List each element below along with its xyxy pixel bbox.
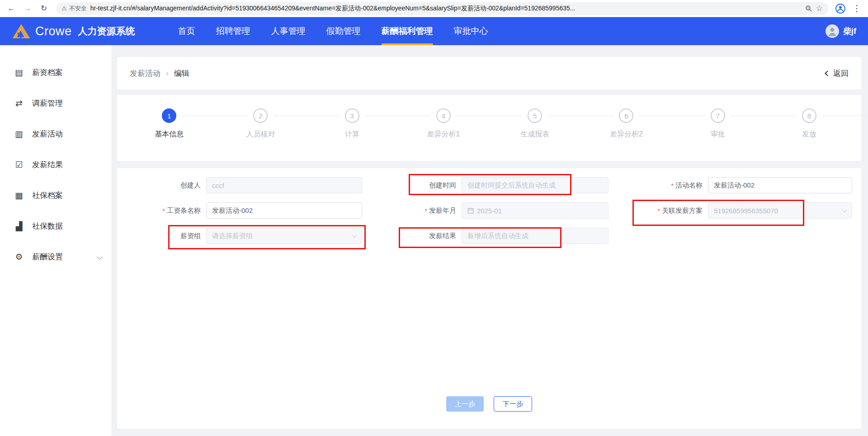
browser-toolbar: ← → ↻ ⚠不安全 hr-test.zjf-it.cn/#/salaryMan… — [0, 0, 868, 17]
stepper: 1 基本信息 2 人员核对 3 计算 — [117, 95, 861, 161]
required-asterisk: * — [671, 182, 674, 189]
create-time-field: 创建时间提交后系统自动生成 — [462, 177, 609, 193]
step-number: 4 — [436, 108, 451, 123]
nav-item-label: 首页 — [178, 25, 195, 37]
chevron-down-icon — [97, 254, 103, 260]
field-label: * 活动名称 — [609, 181, 708, 190]
form-field: 创建时间 创建时间提交后系统自动生成 — [362, 177, 609, 193]
user-menu[interactable]: 柴jf — [826, 24, 856, 38]
field-value: 发薪活动-002 — [212, 206, 253, 215]
step-number: 6 — [619, 108, 633, 123]
step-number: 3 — [345, 108, 359, 123]
stepper-step: 6 差异分析2 — [580, 108, 672, 139]
field-value: cccf — [212, 182, 224, 189]
field-label: * 关联发薪方案 — [609, 206, 708, 215]
nav-item-label: 薪酬福利管理 — [382, 25, 433, 37]
pay-result-field: 新增后系统自动生成 — [462, 228, 609, 244]
step-number: 7 — [711, 108, 725, 123]
payroll-activity-icon: ▥ — [14, 129, 24, 139]
nav-item[interactable]: 薪酬福利管理 — [382, 17, 433, 45]
browser-profile-icon[interactable] — [834, 2, 847, 15]
app-header: Crowe 人力资源系统 首页 招聘管理 人事管理 假勤管理 — [0, 17, 868, 45]
field-value: 51926859956355070 — [714, 207, 778, 215]
bookmark-star-icon[interactable]: ☆ — [816, 4, 823, 13]
browser-menu-icon[interactable]: ⋮ — [850, 2, 863, 15]
step-label: 审批 — [711, 130, 725, 139]
breadcrumb-item-edit: 编辑 — [174, 68, 189, 79]
logo[interactable]: Crowe 人力资源系统 — [12, 23, 135, 39]
chevron-down-icon — [352, 233, 357, 238]
back-button[interactable]: 返回 — [826, 68, 849, 79]
field-placeholder: 创建时间提交后系统自动生成 — [467, 181, 556, 190]
breadcrumb-separator: › — [166, 69, 169, 78]
stepper-step: 5 生成报表 — [489, 108, 580, 139]
sidebar: ▤ 薪资档案 ⇄ 调薪管理 ▥ 发薪活动 ☑ — [0, 45, 112, 436]
field-placeholder: 请选择薪资组 — [212, 232, 253, 240]
step-label: 计算 — [345, 130, 359, 139]
breadcrumb-bar: 发薪活动 › 编辑 返回 — [117, 57, 861, 89]
salary-archive-icon: ▤ — [14, 67, 24, 78]
field-label: * 发薪年月 — [362, 206, 462, 215]
next-step-button[interactable]: 下一步 — [494, 396, 532, 412]
sidebar-item[interactable]: ☑ 发薪结果 — [0, 149, 112, 180]
sidebar-item[interactable]: ▥ 发薪活动 — [0, 118, 112, 149]
form-field: * 工资条名称 发薪活动-002 — [117, 202, 362, 219]
creator-field: cccf — [206, 177, 362, 193]
field-label: 创建人 — [117, 181, 206, 190]
zoom-icon[interactable] — [805, 5, 812, 12]
step-label: 发放 — [802, 130, 816, 139]
field-placeholder: 新增后系统自动生成 — [467, 232, 528, 240]
sidebar-item[interactable]: ▤ 薪资档案 — [0, 57, 112, 88]
form-field: * 发薪年月 2025-01 — [362, 202, 609, 219]
browser-reload-icon[interactable]: ↻ — [37, 2, 51, 15]
nav-item[interactable]: 人事管理 — [271, 17, 306, 45]
step-label: 生成报表 — [520, 130, 549, 139]
chevron-down-icon — [842, 207, 847, 212]
nav-item[interactable]: 首页 — [178, 17, 195, 45]
sidebar-item-label: 薪酬设置 — [32, 252, 63, 262]
form-field: 创建人 cccf — [117, 177, 362, 193]
activity-name-field[interactable]: 发薪活动-002 — [708, 177, 852, 193]
required-asterisk: * — [162, 207, 165, 215]
main-nav: 首页 招聘管理 人事管理 假勤管理 薪酬福利管理 — [178, 17, 488, 45]
salary-group-field: 请选择薪资组 — [206, 228, 362, 244]
breadcrumb-item-payroll-activity[interactable]: 发薪活动 — [130, 68, 160, 79]
url-text[interactable]: hr-test.zjf-it.cn/#/salaryManagement/add… — [90, 5, 802, 13]
browser-back-icon[interactable]: ← — [5, 2, 18, 15]
screen: ← → ↻ ⚠不安全 hr-test.zjf-it.cn/#/salaryMan… — [0, 0, 868, 436]
nav-item[interactable]: 审批中心 — [454, 17, 488, 45]
nav-item[interactable]: 假勤管理 — [326, 17, 361, 45]
field-label: 发薪结果 — [362, 232, 462, 240]
payslip-name-field[interactable]: 发薪活动-002 — [206, 202, 362, 219]
back-label: 返回 — [833, 68, 849, 79]
chevron-left-icon — [825, 70, 830, 76]
sidebar-item-label: 发薪结果 — [32, 159, 63, 170]
salary-adjust-icon: ⇄ — [14, 98, 24, 108]
pay-month-field: 2025-01 — [462, 202, 609, 219]
form-field: 发薪结果 新增后系统自动生成 — [362, 228, 609, 244]
sidebar-item[interactable]: ▟ 社保数据 — [0, 211, 112, 241]
step-label: 差异分析1 — [427, 130, 460, 139]
sidebar-item[interactable]: ⚙ 薪酬设置 — [0, 241, 112, 272]
sidebar-item[interactable]: ⇄ 调薪管理 — [0, 88, 112, 118]
linked-plan-field: 51926859956355070 — [708, 202, 852, 219]
field-value: 发薪活动-002 — [714, 181, 755, 190]
security-chip[interactable]: ⚠不安全 — [61, 5, 87, 13]
form-field: * 活动名称 发薪活动-002 — [609, 177, 862, 193]
nav-item-label: 招聘管理 — [216, 25, 250, 37]
product-title: 人力资源系统 — [78, 25, 135, 38]
sidebar-item[interactable]: ▦ 社保档案 — [0, 180, 112, 211]
main-content: 发薪活动 › 编辑 返回 1 基本信息 — [112, 45, 868, 436]
salary-settings-icon: ⚙ — [14, 252, 24, 262]
stepper-step: 1 基本信息 — [123, 108, 215, 139]
prev-step-button[interactable]: 上一步 — [446, 396, 484, 412]
warning-icon: ⚠ — [61, 5, 67, 12]
sidebar-item-label: 薪资档案 — [32, 67, 63, 78]
sidebar-item-label: 调薪管理 — [32, 98, 63, 108]
step-number: 8 — [802, 108, 816, 123]
browser-forward-icon[interactable]: → — [21, 2, 34, 15]
field-label: 薪资组 — [117, 232, 206, 240]
nav-item-label: 审批中心 — [454, 25, 488, 37]
nav-item[interactable]: 招聘管理 — [216, 17, 250, 45]
address-bar[interactable]: ⚠不安全 hr-test.zjf-it.cn/#/salaryManagemen… — [56, 2, 828, 15]
